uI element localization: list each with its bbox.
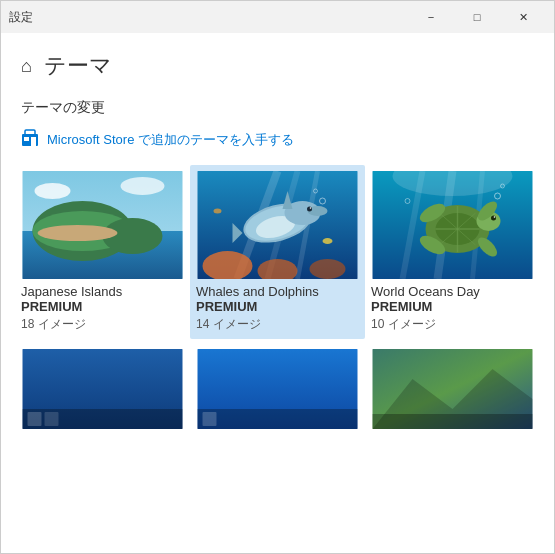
theme-badge-japanese-islands: PREMIUM	[21, 299, 184, 314]
theme-item-world-oceans-day[interactable]: World Oceans Day PREMIUM 10 イメージ	[365, 165, 540, 339]
svg-rect-3	[31, 137, 36, 146]
content-area: ⌂ テーマ テーマの変更 Microsoft Store で追加のテーマを入手す…	[1, 33, 554, 553]
theme-name-world-oceans-day: World Oceans Day	[371, 284, 534, 299]
store-link-row: Microsoft Store で追加のテーマを入手する	[1, 123, 554, 165]
svg-rect-55	[28, 412, 42, 426]
svg-rect-58	[198, 409, 358, 429]
store-link[interactable]: Microsoft Store で追加のテーマを入手する	[47, 131, 294, 149]
theme-thumbnail-world-oceans-day	[371, 171, 534, 279]
bottom-thumb-img-2	[196, 349, 359, 429]
titlebar-title: 設定	[9, 9, 408, 26]
theme-item-whales-dolphins[interactable]: Whales and Dolphins PREMIUM 14 イメージ	[190, 165, 365, 339]
svg-point-44	[491, 216, 496, 221]
page-header: ⌂ テーマ	[1, 33, 554, 91]
bottom-theme-2[interactable]	[190, 343, 365, 435]
svg-rect-2	[24, 137, 29, 141]
svg-rect-56	[45, 412, 59, 426]
theme-badge-whales-dolphins: PREMIUM	[196, 299, 359, 314]
theme-count-japanese-islands: 18 イメージ	[21, 316, 184, 333]
theme-item-japanese-islands[interactable]: Japanese Islands PREMIUM 18 イメージ	[15, 165, 190, 339]
svg-rect-59	[203, 412, 217, 426]
theme-badge-world-oceans-day: PREMIUM	[371, 299, 534, 314]
home-icon[interactable]: ⌂	[21, 56, 32, 77]
theme-thumbnail-whales-dolphins	[196, 171, 359, 279]
titlebar: 設定 − □ ✕	[1, 1, 554, 33]
bottom-theme-3[interactable]	[365, 343, 540, 435]
bottom-thumb-img-1	[21, 349, 184, 429]
svg-point-45	[494, 216, 496, 218]
svg-point-10	[35, 183, 71, 199]
svg-point-25	[310, 207, 312, 209]
svg-point-28	[323, 238, 333, 244]
titlebar-buttons: − □ ✕	[408, 1, 546, 33]
svg-point-29	[214, 209, 222, 214]
theme-thumbnail-japanese-islands	[21, 171, 184, 279]
svg-point-24	[307, 207, 312, 212]
page-title: テーマ	[44, 51, 112, 81]
minimize-button[interactable]: −	[408, 1, 454, 33]
close-button[interactable]: ✕	[500, 1, 546, 33]
svg-point-11	[121, 177, 165, 195]
svg-rect-62	[373, 414, 533, 429]
svg-point-18	[310, 259, 346, 279]
theme-name-whales-dolphins: Whales and Dolphins	[196, 284, 359, 299]
store-icon	[21, 129, 39, 151]
section-title: テーマの変更	[1, 91, 554, 123]
bottom-thumb-img-3	[371, 349, 534, 429]
svg-point-9	[38, 225, 118, 241]
bottom-themes-row	[1, 339, 554, 445]
settings-window: 設定 − □ ✕ ⌂ テーマ テーマの変更 Microsoft	[0, 0, 555, 554]
theme-count-world-oceans-day: 10 イメージ	[371, 316, 534, 333]
maximize-button[interactable]: □	[454, 1, 500, 33]
bottom-theme-1[interactable]	[15, 343, 190, 435]
themes-grid: Japanese Islands PREMIUM 18 イメージ	[1, 165, 554, 339]
theme-name-japanese-islands: Japanese Islands	[21, 284, 184, 299]
theme-count-whales-dolphins: 14 イメージ	[196, 316, 359, 333]
